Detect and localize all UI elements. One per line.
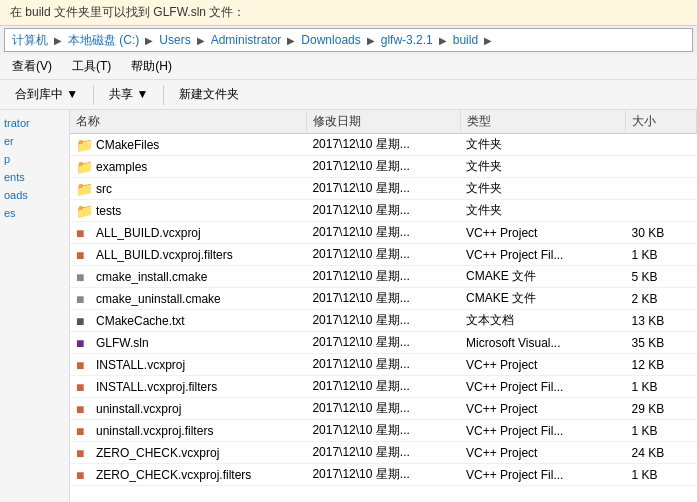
left-panel-item[interactable]: ents xyxy=(0,168,69,186)
table-row[interactable]: ■ INSTALL.vcxproj.filters 2017\12\10 星期.… xyxy=(70,376,697,398)
table-row[interactable]: ■ ZERO_CHECK.vcxproj.filters 2017\12\10 … xyxy=(70,464,697,486)
file-name: examples xyxy=(96,160,147,174)
file-date: 2017\12\10 星期... xyxy=(306,244,460,266)
file-date: 2017\12\10 星期... xyxy=(306,464,460,486)
file-type: 文件夹 xyxy=(460,200,625,222)
toolbar-separator-1 xyxy=(93,85,94,105)
table-row[interactable]: ■ ALL_BUILD.vcxproj.filters 2017\12\10 星… xyxy=(70,244,697,266)
file-size: 12 KB xyxy=(626,354,697,376)
file-date: 2017\12\10 星期... xyxy=(306,354,460,376)
file-date: 2017\12\10 星期... xyxy=(306,134,460,156)
arrow-icon-0: ▶ xyxy=(54,35,62,46)
col-header-type[interactable]: 类型 xyxy=(460,110,625,134)
table-row[interactable]: ■ CMakeCache.txt 2017\12\10 星期... 文本文档 1… xyxy=(70,310,697,332)
file-type: CMAKE 文件 xyxy=(460,266,625,288)
table-row[interactable]: ■ uninstall.vcxproj.filters 2017\12\10 星… xyxy=(70,420,697,442)
arrow-icon-2: ▶ xyxy=(197,35,205,46)
file-date: 2017\12\10 星期... xyxy=(306,376,460,398)
address-glfw[interactable]: glfw-3.2.1 xyxy=(378,32,436,48)
file-date: 2017\12\10 星期... xyxy=(306,288,460,310)
file-name: uninstall.vcxproj xyxy=(96,402,181,416)
table-row[interactable]: ■ ZERO_CHECK.vcxproj 2017\12\10 星期... VC… xyxy=(70,442,697,464)
new-folder-button[interactable]: 新建文件夹 xyxy=(172,83,246,106)
address-drive[interactable]: 本地磁盘 (C:) xyxy=(65,31,142,50)
arrow-icon-5: ▶ xyxy=(439,35,447,46)
share-button[interactable]: 共享 ▼ xyxy=(102,83,155,106)
file-type: Microsoft Visual... xyxy=(460,332,625,354)
file-type: 文件夹 xyxy=(460,156,625,178)
organize-button[interactable]: 合到库中 ▼ xyxy=(8,83,85,106)
table-row[interactable]: ■ cmake_install.cmake 2017\12\10 星期... C… xyxy=(70,266,697,288)
file-name-cell: ■ GLFW.sln xyxy=(70,332,306,354)
file-name-cell: ■ ALL_BUILD.vcxproj xyxy=(70,222,306,244)
file-name: INSTALL.vcxproj xyxy=(96,358,185,372)
file-size xyxy=(626,178,697,200)
arrow-icon-6: ▶ xyxy=(484,35,492,46)
file-name-cell: ■ ZERO_CHECK.vcxproj xyxy=(70,442,306,464)
table-row[interactable]: ■ GLFW.sln 2017\12\10 星期... Microsoft Vi… xyxy=(70,332,697,354)
left-panel-item[interactable]: oads xyxy=(0,186,69,204)
table-row[interactable]: 📁 CMakeFiles 2017\12\10 星期... 文件夹 xyxy=(70,134,697,156)
toolbar-separator-2 xyxy=(163,85,164,105)
left-panel-item[interactable]: p xyxy=(0,150,69,168)
left-panel-item[interactable]: trator xyxy=(0,114,69,132)
text-icon: ■ xyxy=(76,313,92,329)
table-row[interactable]: 📁 examples 2017\12\10 星期... 文件夹 xyxy=(70,156,697,178)
table-row[interactable]: ■ INSTALL.vcxproj 2017\12\10 星期... VC++ … xyxy=(70,354,697,376)
file-type: VC++ Project Fil... xyxy=(460,376,625,398)
file-size: 1 KB xyxy=(626,376,697,398)
file-name: cmake_install.cmake xyxy=(96,270,207,284)
file-type: 文件夹 xyxy=(460,134,625,156)
file-name: ZERO_CHECK.vcxproj.filters xyxy=(96,468,251,482)
menu-help[interactable]: 帮助(H) xyxy=(127,56,176,77)
arrow-icon-3: ▶ xyxy=(287,35,295,46)
cmake-icon: ■ xyxy=(76,269,92,285)
file-name-cell: ■ uninstall.vcxproj xyxy=(70,398,306,420)
file-size: 24 KB xyxy=(626,442,697,464)
col-header-name[interactable]: 名称 xyxy=(70,110,306,134)
file-list[interactable]: 名称 修改日期 类型 大小 📁 CMakeFiles 2017\12\10 星期… xyxy=(70,110,697,502)
address-downloads[interactable]: Downloads xyxy=(298,32,363,48)
file-size xyxy=(626,156,697,178)
table-row[interactable]: ■ cmake_uninstall.cmake 2017\12\10 星期...… xyxy=(70,288,697,310)
table-row[interactable]: 📁 src 2017\12\10 星期... 文件夹 xyxy=(70,178,697,200)
folder-icon: 📁 xyxy=(76,181,92,197)
left-panel: tratorerpentsoadses xyxy=(0,110,70,502)
menu-view[interactable]: 查看(V) xyxy=(8,56,56,77)
file-date: 2017\12\10 星期... xyxy=(306,178,460,200)
address-users[interactable]: Users xyxy=(156,32,193,48)
table-row[interactable]: ■ uninstall.vcxproj 2017\12\10 星期... VC+… xyxy=(70,398,697,420)
col-header-date[interactable]: 修改日期 xyxy=(306,110,460,134)
file-date: 2017\12\10 星期... xyxy=(306,266,460,288)
address-administrator[interactable]: Administrator xyxy=(208,32,285,48)
file-date: 2017\12\10 星期... xyxy=(306,332,460,354)
file-date: 2017\12\10 星期... xyxy=(306,222,460,244)
file-date: 2017\12\10 星期... xyxy=(306,420,460,442)
file-name: INSTALL.vcxproj.filters xyxy=(96,380,217,394)
proj-icon: ■ xyxy=(76,423,92,439)
menu-tools[interactable]: 工具(T) xyxy=(68,56,115,77)
file-size: 29 KB xyxy=(626,398,697,420)
file-name-cell: ■ cmake_uninstall.cmake xyxy=(70,288,306,310)
col-header-size[interactable]: 大小 xyxy=(626,110,697,134)
file-name-cell: 📁 src xyxy=(70,178,306,200)
file-size xyxy=(626,134,697,156)
address-build[interactable]: build xyxy=(450,32,481,48)
address-computer[interactable]: 计算机 xyxy=(9,31,51,50)
file-size: 1 KB xyxy=(626,420,697,442)
file-type: VC++ Project xyxy=(460,398,625,420)
file-size: 1 KB xyxy=(626,464,697,486)
file-type: VC++ Project Fil... xyxy=(460,420,625,442)
left-panel-item[interactable]: er xyxy=(0,132,69,150)
file-size: 30 KB xyxy=(626,222,697,244)
file-name-cell: 📁 tests xyxy=(70,200,306,222)
proj-icon: ■ xyxy=(76,225,92,241)
file-name: CMakeFiles xyxy=(96,138,159,152)
file-name: tests xyxy=(96,204,121,218)
left-panel-item[interactable]: es xyxy=(0,204,69,222)
table-row[interactable]: 📁 tests 2017\12\10 星期... 文件夹 xyxy=(70,200,697,222)
file-name-cell: ■ uninstall.vcxproj.filters xyxy=(70,420,306,442)
table-row[interactable]: ■ ALL_BUILD.vcxproj 2017\12\10 星期... VC+… xyxy=(70,222,697,244)
file-size: 35 KB xyxy=(626,332,697,354)
folder-icon: 📁 xyxy=(76,203,92,219)
